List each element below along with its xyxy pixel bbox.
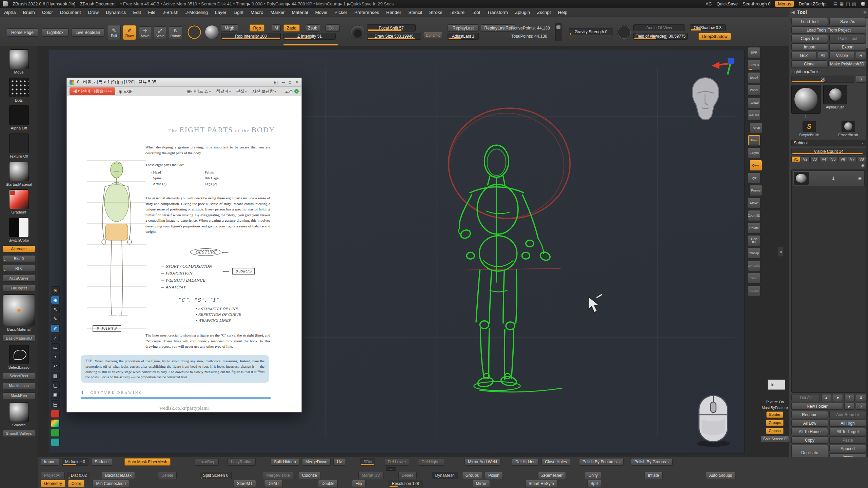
shelf-button[interactable]: Frame — [749, 185, 762, 196]
bottom-button[interactable]: Close Holes — [541, 458, 570, 466]
bottom-button[interactable]: StoreMT — [234, 480, 256, 487]
current-tool-thumbnail[interactable] — [791, 85, 821, 114]
sidebar-item[interactable]: Blur 0 — [0, 255, 38, 262]
shelf-button[interactable]: Qxyz — [749, 160, 762, 171]
annotation-tool-button[interactable]: ▤ — [51, 400, 60, 408]
sidebar-item[interactable]: Alternate — [0, 245, 38, 252]
subtool-op-button[interactable]: Paste — [829, 436, 866, 444]
tool-button[interactable]: Visible — [829, 52, 854, 59]
shelf-button[interactable]: Rotate — [748, 223, 761, 233]
bottom-button[interactable]: Delete — [158, 472, 177, 479]
focal-curve-icon[interactable] — [351, 25, 365, 39]
sidebar-item[interactable]: Dots — [0, 78, 38, 103]
shelf-button[interactable]: L.Sym — [748, 147, 761, 158]
subtool-op-button[interactable]: All Low — [791, 420, 828, 427]
subtool-list-button[interactable]: List All — [791, 394, 820, 401]
axis-gizmo-icon[interactable] — [712, 58, 734, 75]
sidebar-item[interactable]: AccuCurve — [0, 275, 38, 282]
exif-button[interactable]: ◉EXIF — [119, 89, 133, 94]
bottom-button[interactable]: Colorize — [299, 472, 320, 479]
quicksave-button[interactable]: QuickSave — [716, 1, 738, 6]
window-control-icon[interactable]: ✕ — [295, 80, 299, 85]
menu-item[interactable]: Render — [386, 10, 401, 15]
scale-button[interactable]: ⤢Scale — [154, 26, 166, 39]
annotation-tool-button[interactable]: ▦ — [51, 372, 60, 380]
subtool-section-header[interactable]: Subtool ▾ — [791, 140, 866, 146]
menu-item[interactable]: File — [148, 10, 156, 15]
window-control-icon[interactable]: □ — [289, 80, 291, 85]
append-button[interactable]: Append — [829, 445, 866, 452]
sidebar-item[interactable]: SelectRect — [0, 373, 38, 380]
shelf-button[interactable]: Transp — [748, 248, 761, 259]
menu-item[interactable]: Document — [60, 10, 81, 15]
deepshadow-button[interactable]: DeepShadow — [698, 33, 731, 40]
visibility-tab[interactable]: V6 — [839, 156, 847, 162]
visibility-tab[interactable]: V3 — [810, 156, 819, 162]
collapse-icon[interactable]: ◀ — [791, 10, 794, 15]
shelf-button[interactable]: Line Fill — [748, 235, 761, 246]
shelf-button[interactable]: Move — [748, 198, 761, 208]
annotation-tool-button[interactable] — [51, 410, 60, 418]
bottom-button[interactable]: Smart ReSym — [525, 480, 557, 487]
zsub-button[interactable]: Zsub — [305, 24, 320, 32]
menu-item[interactable]: Material — [292, 10, 308, 15]
bottom-button[interactable]: Double — [318, 480, 338, 487]
menu-item[interactable]: Preferences — [354, 10, 379, 15]
tool-thumbnail[interactable] — [3, 294, 35, 326]
menu-item[interactable]: Light — [234, 10, 243, 15]
replay-last-rel-button[interactable]: ReplayLastRel — [481, 24, 515, 32]
annotation-tool-button[interactable]: ✎ — [51, 315, 60, 323]
annotation-tool-button[interactable]: ↖ — [51, 305, 60, 313]
simplebrush-button[interactable]: S SimpleBrush — [791, 121, 827, 137]
sidebar-item[interactable]: MaskPen — [0, 392, 38, 399]
honeyview-menu-item[interactable]: 편집 — [236, 88, 247, 94]
shelf-button[interactable]: Xpose — [748, 285, 761, 296]
tool-button[interactable]: Import — [791, 43, 828, 50]
honeyview-titlebar[interactable]: 0 - 비율, 리듬 > 1 (9).jpg [1/20] - 꿀뷰 5.35 … — [67, 78, 301, 87]
annotation-tool-button[interactable]: ▢ — [51, 381, 60, 389]
collapse-handle[interactable]: ◀ — [778, 247, 783, 257]
lightbox-tools-label[interactable]: Lightbox▶Tools — [791, 69, 866, 74]
palette-scrollbar[interactable] — [866, 17, 868, 484]
tool-thumbnail[interactable] — [9, 105, 29, 125]
honeyview-menu-item[interactable]: 책갈피 — [216, 88, 231, 94]
bottom-button[interactable]: Polish By Groups — [631, 458, 673, 466]
sidebar-item[interactable]: SwitchColor — [0, 218, 38, 243]
current-stroke-icon[interactable] — [187, 25, 201, 39]
bottom-button[interactable]: Surface — [91, 458, 112, 466]
strip-button[interactable]: Border — [766, 411, 783, 418]
subtool-op-button[interactable]: Copy — [791, 436, 828, 444]
move-button[interactable]: ✛Move — [139, 26, 151, 39]
sidebar-item[interactable]: FillObject — [0, 285, 38, 291]
replay-last-button[interactable]: ReplayLast — [448, 24, 479, 32]
bottom-button[interactable]: LazyStep — [195, 458, 219, 466]
rgb-intensity-slider[interactable]: Rgb Intensity 100 — [221, 33, 281, 40]
mrgb-button[interactable]: Mrgb — [221, 24, 238, 32]
visibility-tab[interactable]: V2 — [801, 156, 810, 162]
ac-toggle[interactable]: AC — [706, 1, 712, 6]
m-button[interactable]: M — [272, 24, 281, 32]
shelf-button[interactable]: Actual — [748, 97, 761, 108]
bottom-button[interactable]: Flip — [352, 480, 365, 487]
visible-count-slider[interactable]: Visible Count 14 — [791, 148, 866, 155]
annotation-tool-button[interactable]: • — [51, 353, 60, 361]
sidebar-item[interactable]: SelectLasso — [0, 345, 38, 370]
menu-item[interactable]: Dynamics — [106, 10, 126, 15]
sidebar-item[interactable]: Gradient — [0, 189, 38, 215]
tool-button[interactable]: Clone — [791, 60, 827, 67]
menus-toggle[interactable]: Menus — [775, 1, 794, 7]
strip-button[interactable]: Split Screen 0 — [761, 436, 789, 442]
annotation-tool-button[interactable]: ☀ — [51, 286, 60, 294]
annotation-tool-button[interactable]: ↶ — [51, 362, 60, 370]
bottom-button[interactable]: MergeVisible — [263, 472, 293, 479]
honeyview-menu-item[interactable]: 사진 보관함 — [252, 88, 276, 94]
sidebar-item[interactable]: Texture Off — [0, 134, 38, 159]
titlebar-icon[interactable]: ◫ — [846, 1, 850, 6]
sidebar-item[interactable]: BasicMaterialB — [0, 335, 38, 342]
objshadow-slider[interactable]: ObjShadow 0.3 — [690, 24, 726, 31]
subtool-op-button[interactable]: Rename — [791, 411, 828, 418]
default-zscript-button[interactable]: DefaultZScript — [798, 1, 826, 6]
honeyview-menu-item[interactable]: 슬라이드 쇼 — [187, 88, 211, 94]
help-sphere-icon[interactable] — [861, 2, 865, 6]
menu-item[interactable]: Texture — [450, 10, 465, 15]
